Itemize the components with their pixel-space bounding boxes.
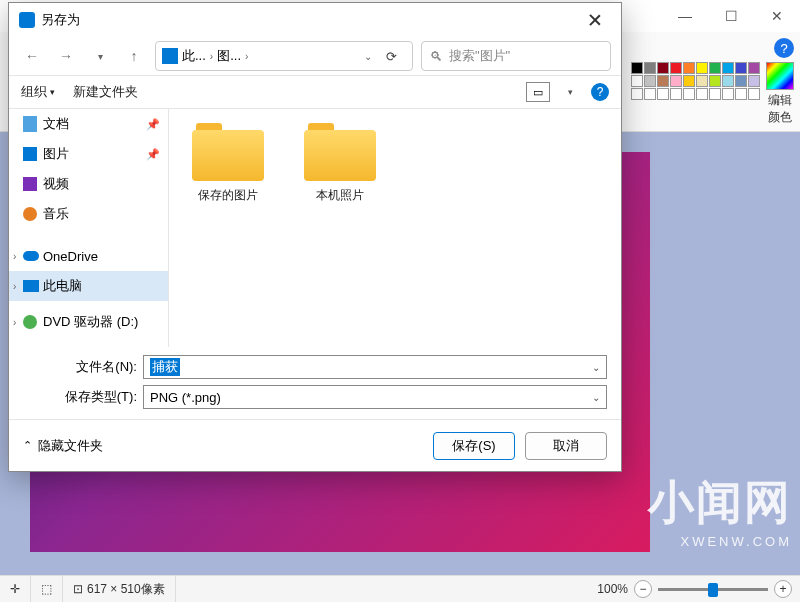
- maximize-button[interactable]: ☐: [708, 0, 754, 32]
- chevron-down-icon[interactable]: ⌄: [592, 392, 600, 403]
- sidebar-item-2[interactable]: 视频: [9, 169, 168, 199]
- color-swatch[interactable]: [709, 88, 721, 100]
- color-swatch[interactable]: [709, 75, 721, 87]
- dims-icon: ⊡: [73, 582, 83, 596]
- hide-folders-toggle[interactable]: ⌃ 隐藏文件夹: [23, 437, 423, 455]
- hide-folders-label: 隐藏文件夹: [38, 437, 103, 455]
- color-swatch[interactable]: [735, 62, 747, 74]
- color-swatch[interactable]: [696, 75, 708, 87]
- dialog-nav: ← → ▾ ↑ 此... › 图... › ⌄ ⟳ 🔍︎ 搜索"图片": [9, 37, 621, 75]
- sidebar-item-0[interactable]: 文档📌: [9, 109, 168, 139]
- sidebar-item-label: 视频: [43, 175, 69, 193]
- refresh-button[interactable]: ⟳: [376, 49, 406, 64]
- chevron-right-icon[interactable]: ›: [210, 51, 213, 62]
- zoom-out-button[interactable]: −: [634, 580, 652, 598]
- color-swatch[interactable]: [670, 62, 682, 74]
- color-swatch[interactable]: [696, 62, 708, 74]
- color-swatch[interactable]: [644, 75, 656, 87]
- color-swatch[interactable]: [683, 88, 695, 100]
- watermark: 小闻网 XWENW.COM: [648, 472, 792, 549]
- dialog-toolbar: 组织 ▾ 新建文件夹 ▭ ▾ ?: [9, 75, 621, 109]
- sidebar-item-label: 音乐: [43, 205, 69, 223]
- sidebar-item-1[interactable]: 图片📌: [9, 139, 168, 169]
- view-mode-dropdown[interactable]: ▾: [568, 87, 573, 97]
- rainbow-icon: [766, 62, 794, 90]
- breadcrumb-2[interactable]: 图...: [217, 47, 241, 65]
- chevron-down-icon[interactable]: ⌄: [364, 51, 372, 62]
- color-swatch[interactable]: [696, 88, 708, 100]
- breadcrumb-1[interactable]: 此...: [182, 47, 206, 65]
- dialog-close-button[interactable]: [575, 6, 615, 34]
- color-swatch[interactable]: [722, 62, 734, 74]
- organize-menu[interactable]: 组织 ▾: [21, 83, 55, 101]
- expand-icon[interactable]: ›: [13, 317, 16, 328]
- filetype-select[interactable]: PNG (*.png) ⌄: [143, 385, 607, 409]
- organize-label: 组织: [21, 83, 47, 101]
- dialog-title-text: 另存为: [41, 11, 80, 29]
- color-swatch[interactable]: [683, 75, 695, 87]
- view-mode-button[interactable]: ▭: [526, 82, 550, 102]
- zoom-in-button[interactable]: +: [774, 580, 792, 598]
- pictures-folder-icon: [162, 48, 178, 64]
- color-swatch[interactable]: [748, 75, 760, 87]
- close-app-button[interactable]: ✕: [754, 0, 800, 32]
- color-swatch[interactable]: [631, 62, 643, 74]
- expand-icon[interactable]: ›: [13, 251, 16, 262]
- address-bar[interactable]: 此... › 图... › ⌄ ⟳: [155, 41, 413, 71]
- new-folder-button[interactable]: 新建文件夹: [73, 83, 138, 101]
- zoom-thumb[interactable]: [708, 583, 718, 597]
- color-swatch[interactable]: [631, 75, 643, 87]
- help-icon[interactable]: ?: [774, 38, 794, 58]
- color-swatch[interactable]: [748, 88, 760, 100]
- color-swatch[interactable]: [631, 88, 643, 100]
- search-input[interactable]: 🔍︎ 搜索"图片": [421, 41, 611, 71]
- nav-up-button[interactable]: ↑: [121, 43, 147, 69]
- color-swatch[interactable]: [735, 88, 747, 100]
- dialog-footer: ⌃ 隐藏文件夹 保存(S) 取消: [9, 419, 621, 471]
- vid-icon: [23, 177, 37, 191]
- color-swatch[interactable]: [657, 75, 669, 87]
- color-swatch[interactable]: [722, 75, 734, 87]
- cancel-button[interactable]: 取消: [525, 432, 607, 460]
- color-swatch[interactable]: [644, 88, 656, 100]
- folder-item[interactable]: 保存的图片: [183, 123, 273, 204]
- dialog-help-button[interactable]: ?: [591, 83, 609, 101]
- edit-colors-button[interactable]: 编辑 颜色: [766, 62, 794, 126]
- zoom-slider[interactable]: [658, 588, 768, 591]
- save-as-dialog: 另存为 ← → ▾ ↑ 此... › 图... › ⌄ ⟳ 🔍︎ 搜索"图片" …: [8, 2, 622, 472]
- minimize-button[interactable]: —: [662, 0, 708, 32]
- color-swatch[interactable]: [683, 62, 695, 74]
- color-swatch[interactable]: [657, 62, 669, 74]
- color-swatch[interactable]: [670, 75, 682, 87]
- filename-input[interactable]: 捕获 ⌄: [143, 355, 607, 379]
- folder-icon: [304, 123, 376, 181]
- color-swatch[interactable]: [657, 88, 669, 100]
- save-button[interactable]: 保存(S): [433, 432, 515, 460]
- sidebar-item-4[interactable]: ›OneDrive: [9, 241, 168, 271]
- sidebar-item-5[interactable]: ›此电脑: [9, 271, 168, 301]
- chevron-down-icon: ▾: [50, 87, 55, 97]
- color-swatch[interactable]: [709, 62, 721, 74]
- color-swatch[interactable]: [670, 88, 682, 100]
- color-swatch[interactable]: [644, 62, 656, 74]
- color-swatch[interactable]: [748, 62, 760, 74]
- sidebar-item-6[interactable]: ›DVD 驱动器 (D:): [9, 307, 168, 337]
- pin-icon[interactable]: 📌: [146, 148, 160, 161]
- chevron-down-icon[interactable]: ⌄: [592, 362, 600, 373]
- file-list-area[interactable]: 保存的图片本机照片: [169, 109, 621, 347]
- nav-history-dropdown[interactable]: ▾: [87, 43, 113, 69]
- color-palette[interactable]: [631, 62, 760, 126]
- pin-icon[interactable]: 📌: [146, 118, 160, 131]
- color-swatch[interactable]: [722, 88, 734, 100]
- filetype-label: 保存类型(T):: [23, 388, 143, 406]
- expand-icon[interactable]: ›: [13, 281, 16, 292]
- folder-label: 保存的图片: [198, 187, 258, 204]
- nav-forward-button[interactable]: →: [53, 43, 79, 69]
- chevron-right-icon[interactable]: ›: [245, 51, 248, 62]
- folder-item[interactable]: 本机照片: [295, 123, 385, 204]
- color-swatch[interactable]: [735, 75, 747, 87]
- pc-icon: [23, 280, 39, 292]
- dialog-titlebar[interactable]: 另存为: [9, 3, 621, 37]
- nav-back-button[interactable]: ←: [19, 43, 45, 69]
- sidebar-item-3[interactable]: 音乐: [9, 199, 168, 229]
